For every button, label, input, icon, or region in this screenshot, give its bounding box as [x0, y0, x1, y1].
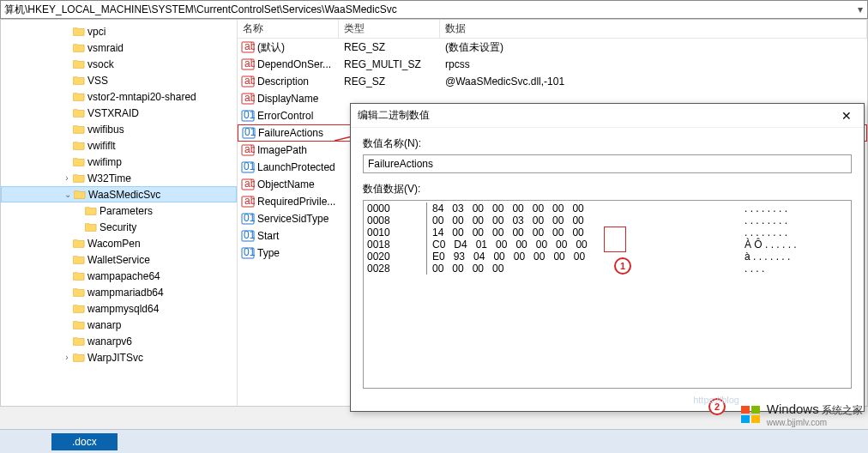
reg-sz-icon: ab [241, 178, 255, 191]
hex-bytes[interactable]: 00 00 00 00 [427, 263, 736, 275]
reg-binary-icon: 011 [241, 229, 255, 243]
tree-item-label: WarpJITSvc [87, 352, 143, 364]
hex-bytes[interactable]: 84 03 00 00 00 00 00 00 [427, 202, 736, 214]
value-name: RequiredPrivile... [257, 196, 335, 208]
hex-row[interactable]: 0020E0 93 04 00 00 00 00 00à . . . . . .… [367, 251, 847, 263]
folder-icon [73, 140, 85, 151]
reg-sz-icon: ab [241, 75, 255, 88]
tree-item-warpjitsvc[interactable]: ›WarpJITSvc [1, 349, 237, 365]
tree-item-label: vsock [87, 58, 114, 70]
hex-bytes[interactable]: 14 00 00 00 00 00 00 00 [427, 226, 736, 239]
folder-icon [73, 172, 85, 184]
close-icon[interactable]: ✕ [836, 109, 857, 123]
list-row[interactable]: abDescriptionREG_SZ@WaaSMedicSvc.dll,-10… [238, 73, 867, 90]
svg-text:011: 011 [244, 212, 255, 224]
hex-ascii: . . . . . . . . [736, 214, 847, 226]
folder-icon [85, 205, 97, 216]
hex-ascii: . . . . . . . . [736, 226, 847, 239]
tree-item-label: vpci [87, 26, 105, 38]
list-row[interactable]: abDependOnSer...REG_MULTI_SZrpcss [238, 56, 867, 73]
tree-item-parameters[interactable]: Parameters [1, 202, 237, 219]
svg-rect-28 [751, 406, 760, 414]
value-name: Type [257, 247, 280, 259]
tree-item-vsock[interactable]: vsock [1, 56, 237, 72]
chevron-right-icon[interactable]: › [61, 353, 73, 362]
tree-item-wacompen[interactable]: WacomPen [1, 235, 237, 251]
hex-bytes[interactable]: 00 00 00 00 03 00 00 00 [427, 214, 736, 226]
tree-item-label: Security [99, 221, 136, 233]
tree-item-vpci[interactable]: vpci [1, 23, 237, 39]
tree-item-label: vwififlt [87, 140, 116, 152]
tree-item-vwifimp[interactable]: vwifimp [1, 154, 237, 170]
folder-icon [73, 352, 85, 363]
folder-icon [85, 221, 97, 233]
chevron-down-icon[interactable]: ⌄ [62, 190, 74, 199]
hex-editor[interactable]: 000084 03 00 00 00 00 00 00. . . . . . .… [363, 200, 852, 389]
tree-item-label: vstor2-mntapi20-shared [87, 91, 196, 103]
folder-icon [74, 189, 86, 200]
folder-icon [73, 91, 85, 102]
tree-item-vstxraid[interactable]: VSTXRAID [1, 105, 237, 121]
tree-item-label: vwifibus [87, 124, 124, 136]
dialog-titlebar[interactable]: 编辑二进制数值 ✕ [351, 104, 864, 128]
chevron-down-icon[interactable]: ▾ [853, 3, 867, 15]
svg-text:011: 011 [244, 109, 255, 121]
tree-item-label: WalletService [87, 254, 150, 266]
annotation-1: 1 [614, 257, 631, 275]
hex-offset: 0000 [367, 202, 427, 214]
col-data[interactable]: 数据 [440, 20, 867, 38]
chevron-right-icon[interactable]: › [61, 173, 73, 183]
list-row[interactable]: ab(默认)REG_SZ(数值未设置) [238, 39, 867, 56]
folder-icon [73, 303, 85, 314]
tree-item-label: WaaSMedicSvc [88, 189, 160, 201]
tree-item-wampmysqld64[interactable]: wampmysqld64 [1, 300, 237, 317]
folder-icon [73, 254, 85, 265]
address-input[interactable] [1, 2, 853, 17]
reg-sz-icon: ab [241, 57, 255, 71]
tree-item-label: VSTXRAID [87, 107, 139, 119]
tree-item-label: Parameters [99, 205, 153, 217]
svg-text:ab: ab [244, 75, 255, 87]
hex-row[interactable]: 000084 03 00 00 00 00 00 00. . . . . . .… [367, 202, 847, 214]
tree-item-vstor2-mntapi20-shared[interactable]: vstor2-mntapi20-shared [1, 88, 237, 105]
tree-item-label: wanarp [87, 319, 121, 331]
tree-item-wanarpv6[interactable]: wanarpv6 [1, 333, 237, 349]
value-type: REG_SZ [339, 41, 440, 53]
tree-item-security[interactable]: Security [1, 219, 237, 235]
tree-item-vss[interactable]: VSS [1, 72, 237, 88]
value-data: rpcss [440, 58, 867, 70]
value-name-input[interactable] [363, 154, 852, 173]
folder-icon [73, 287, 85, 298]
col-type[interactable]: 类型 [339, 20, 440, 38]
windows-logo-icon [739, 403, 763, 426]
svg-text:011: 011 [244, 126, 256, 138]
tree-item-wanarp[interactable]: wanarp [1, 317, 237, 333]
tree-item-label: wampmariadb64 [87, 287, 164, 299]
svg-rect-29 [741, 415, 750, 423]
taskbar-doc-button[interactable]: .docx [51, 433, 118, 450]
registry-tree[interactable]: vpcivsmraidvsockVSSvstor2-mntapi20-share… [1, 20, 238, 406]
tree-item-wampapache64[interactable]: wampapache64 [1, 268, 237, 284]
list-header: 名称 类型 数据 [238, 20, 867, 39]
hex-bytes[interactable]: E0 93 04 00 00 00 00 00 [427, 251, 736, 263]
hex-bytes[interactable]: C0 D4 01 00 00 00 00 00 [427, 239, 736, 251]
hex-row[interactable]: 002800 00 00 00. . . . [367, 263, 847, 275]
tree-item-walletservice[interactable]: WalletService [1, 251, 237, 268]
value-data: @WaaSMedicSvc.dll,-101 [440, 76, 867, 88]
tree-item-label: wampapache64 [87, 270, 160, 282]
tree-item-vsmraid[interactable]: vsmraid [1, 39, 237, 56]
tree-item-wampmariadb64[interactable]: wampmariadb64 [1, 284, 237, 300]
hex-row[interactable]: 000800 00 00 00 03 00 00 00. . . . . . .… [367, 214, 847, 226]
folder-icon [73, 107, 85, 118]
col-name[interactable]: 名称 [238, 20, 339, 38]
hex-offset: 0010 [367, 226, 427, 239]
hex-ascii: À Ô . . . . . . [736, 239, 847, 251]
tree-item-w32time[interactable]: ›W32Time [1, 170, 237, 186]
tree-item-waasmedicsvc[interactable]: ⌄WaaSMedicSvc [1, 186, 237, 202]
tree-item-label: wanarpv6 [87, 335, 132, 347]
edit-binary-dialog: 编辑二进制数值 ✕ 数值名称(N): 数值数据(V): 000084 03 00… [350, 103, 865, 412]
tree-item-vwififlt[interactable]: vwififlt [1, 137, 237, 154]
tree-item-vwifibus[interactable]: vwifibus [1, 121, 237, 137]
reg-binary-icon: 011 [241, 160, 255, 174]
folder-icon [73, 75, 85, 86]
